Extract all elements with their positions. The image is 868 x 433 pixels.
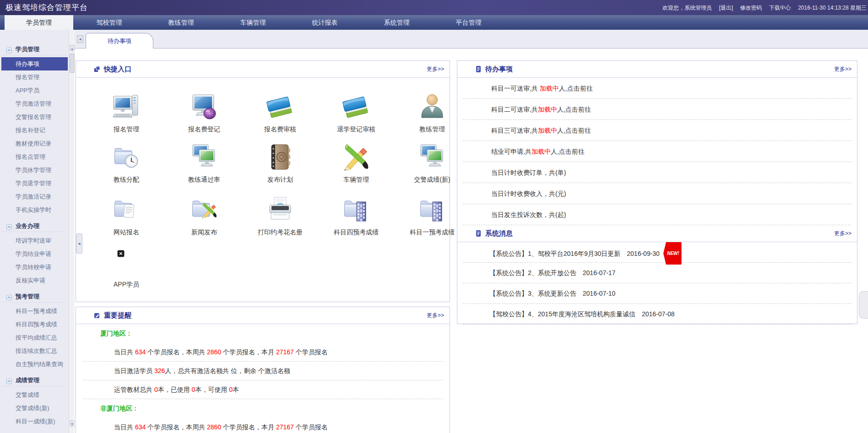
quick-entry-item-12[interactable]: 打印约考花名册 — [246, 195, 315, 237]
copy-icon — [93, 65, 101, 73]
nav-tab-0[interactable]: 学员管理 — [5, 15, 73, 30]
sidebar-item-2-4[interactable]: 自主预约结果查询 — [0, 357, 69, 371]
quick-entry-item-0[interactable]: 报名管理 — [92, 92, 161, 134]
download-center-link[interactable]: 下载中心 — [769, 5, 791, 11]
sidebar-item-list-3: 交警成绩交警成绩(新)科目一成绩(新) — [0, 388, 69, 428]
books-icon — [342, 92, 371, 121]
sidebar-item-0-3[interactable]: 学员激活管理 — [0, 97, 69, 110]
scroll-up-icon[interactable]: ▲ — [70, 45, 75, 51]
sidebar-item-1-2[interactable]: 学员转校申请 — [0, 260, 69, 274]
reminder-more-link[interactable]: 更多>> — [427, 307, 444, 324]
nav-tab-2[interactable]: 教练管理 — [145, 15, 217, 30]
sidebar-item-0-6[interactable]: 教材使用记录 — [0, 137, 69, 150]
sidebar-section-2: 预考管理科目一预考成绩科目四预考成绩按平均成绩汇总按连续次数汇总自主预约结果查询 — [0, 291, 69, 371]
highlight-value: 634 — [135, 348, 146, 356]
sidebar-item-0-5[interactable]: 报名补登记 — [0, 124, 69, 137]
sidebar-section-header-1[interactable]: 业务办理 — [2, 220, 67, 232]
todo-item-0[interactable]: 科目一可送审,共 加载中人,点击前往 — [463, 78, 852, 99]
sidebar-item-3-1[interactable]: 交警成绩(新) — [0, 401, 69, 415]
todo-item-5[interactable]: 当日计时收费收入，共(元) — [463, 183, 852, 204]
quick-entry-item-4[interactable]: 教练管理 — [398, 92, 467, 134]
quick-entry-item-14[interactable]: 科目一预考成绩 — [398, 195, 467, 237]
sidebar-item-3-2[interactable]: 科目一成绩(新) — [0, 415, 69, 428]
message-item-1[interactable]: 【系统公告】2、系统开放公告2016-07-17 — [463, 263, 852, 283]
item-text: 本，已使用 — [158, 386, 192, 393]
sidebar-item-0-4[interactable]: 交警报名管理 — [0, 110, 69, 124]
sidebar-item-0-10[interactable]: 学员激活记录 — [0, 190, 69, 203]
nav-tab-5[interactable]: 系统管理 — [361, 15, 433, 30]
sidebar-item-1-1[interactable]: 学员结业申请 — [0, 247, 69, 260]
logout-link[interactable]: [退出] — [719, 5, 733, 11]
sidebar-section-header-3[interactable]: 成绩管理 — [2, 374, 67, 386]
nav-tab-6[interactable]: 平台管理 — [433, 15, 505, 30]
floating-widget[interactable] — [859, 291, 868, 319]
sidebar-item-0-7[interactable]: 报名点管理 — [0, 150, 69, 163]
sidebar-item-0-8[interactable]: 学员休学管理 — [0, 163, 69, 177]
messages-more-link[interactable]: 更多>> — [834, 225, 852, 242]
sidebar-item-0-0[interactable]: 待办事项 — [1, 57, 68, 70]
quick-entry-item-8[interactable]: 车辆管理 — [322, 142, 391, 184]
quick-entry-item-13[interactable]: 科目四预考成绩 — [322, 195, 391, 237]
sidebar-item-0-2[interactable]: APP学员 — [0, 84, 69, 97]
message-item-3[interactable]: 【驾校公告】4、2015年度海沧区驾培机构质量诚信2016-07-08 — [463, 304, 852, 325]
todo-item-4[interactable]: 当日计时收费订单，共(单) — [463, 162, 852, 183]
quick-entry-item-label: 交警成绩(新) — [398, 176, 467, 184]
quick-entry-item-1[interactable]: 报名费登记 — [170, 92, 239, 134]
nav-tab-3[interactable]: 车辆管理 — [217, 15, 289, 30]
highlight-value: 0 — [229, 386, 233, 393]
app-title: 极速驾培综合管理平台 — [5, 2, 88, 13]
quick-entry-item-5[interactable]: 教练分配 — [92, 142, 161, 184]
sidebar-section-header-2[interactable]: 预考管理 — [2, 291, 67, 303]
sidebar-section-title: 学员管理 — [16, 45, 39, 54]
sidebar-collapse-handle[interactable]: ◄ — [76, 233, 82, 254]
highlight-value: 加载中 — [538, 106, 557, 113]
quick-entry-item-10[interactable]: 网站报名 — [92, 195, 161, 237]
sidebar-item-2-0[interactable]: 科目一预考成绩 — [0, 304, 69, 318]
reminder-title: 重要提醒 — [104, 311, 131, 320]
message-item-0[interactable]: 【系统公告】1、驾校平台2016年9月30日更新2016-09-30NEW! — [463, 242, 852, 263]
change-password-link[interactable]: 修改密码 — [740, 5, 762, 11]
sidebar-item-2-3[interactable]: 按连续次数汇总 — [0, 344, 69, 357]
quick-entry-more-link[interactable]: 更多>> — [427, 61, 444, 78]
scrollbar-thumb[interactable] — [70, 54, 75, 73]
quick-entry-item-2[interactable]: 报名费审核 — [246, 92, 315, 134]
todo-item-1[interactable]: 科目二可送审,共加载中人,点击前往 — [463, 99, 852, 120]
sidebar-item-0-11[interactable]: 手机实操学时 — [0, 203, 69, 216]
sidebar-section-0: 学员管理待办事项报名管理APP学员学员激活管理交警报名管理报名补登记教材使用记录… — [0, 43, 69, 216]
highlight-value: 加载中 — [538, 127, 557, 134]
quick-entry-item-11[interactable]: 新闻发布 — [170, 195, 239, 237]
sidebar-item-0-9[interactable]: 学员退学管理 — [0, 177, 69, 190]
tab-scroll-left-icon[interactable]: ◄ — [77, 35, 83, 43]
folder-film-icon — [342, 195, 371, 224]
item-text: 科目一可送审,共 — [491, 85, 540, 92]
sidebar-item-3-0[interactable]: 交警成绩 — [0, 388, 69, 401]
quick-entry-item-6[interactable]: 教练通过率 — [170, 142, 239, 184]
highlight-value: 2860 — [207, 348, 221, 356]
todo-item-2[interactable]: 科目三可送审,共加载中人,点击前往 — [463, 120, 852, 141]
sidebar-item-2-2[interactable]: 按平均成绩汇总 — [0, 331, 69, 344]
quick-entry-item-label: 网站报名 — [92, 228, 161, 237]
item-text: 科目三可送审,共 — [491, 127, 538, 134]
item-text: 个学员报名，本月 — [221, 348, 276, 356]
sidebar-item-1-3[interactable]: 反核实申请 — [0, 274, 69, 287]
sidebar-section-title: 成绩管理 — [16, 376, 39, 384]
sidebar-item-1-0[interactable]: 培训学时送审 — [0, 234, 69, 247]
sidebar-item-0-1[interactable]: 报名管理 — [0, 70, 69, 84]
quick-entry-item-7[interactable]: 发布计划 — [246, 142, 315, 184]
sidebar: 学员管理待办事项报名管理APP学员学员激活管理交警报名管理报名补登记教材使用记录… — [0, 30, 69, 433]
sidebar-item-2-1[interactable]: 科目四预考成绩 — [0, 318, 69, 331]
todo-item-3[interactable]: 结业可申请,共加载中人,点击前往 — [463, 141, 852, 162]
nav-tab-1[interactable]: 驾校管理 — [73, 15, 145, 30]
quick-entry-item-9[interactable]: 交警成绩(新) — [398, 142, 467, 184]
sidebar-section-header-0[interactable]: 学员管理 — [2, 43, 67, 55]
sidebar-scrollbar[interactable]: ▲ ▼ — [69, 30, 75, 433]
reminder-row-5: 当日共 634 个学员报名，本周共 2860 个学员报名，本月 27167 个学… — [83, 418, 443, 433]
todo-more-link[interactable]: 更多>> — [834, 61, 852, 78]
message-item-2[interactable]: 【系统公告】3、系统更新公告2016-07-10 — [463, 283, 852, 304]
quick-entry-item-app[interactable]: APP学员 — [92, 250, 161, 287]
todo-item-6[interactable]: 当日发生投诉次数，共(起) — [463, 204, 852, 225]
nav-tab-4[interactable]: 统计报表 — [289, 15, 361, 30]
scroll-down-icon[interactable]: ▼ — [70, 420, 75, 427]
quick-entry-item-3[interactable]: 退学登记审核 — [322, 92, 391, 134]
tab-todo[interactable]: 待办事项 — [86, 33, 153, 49]
